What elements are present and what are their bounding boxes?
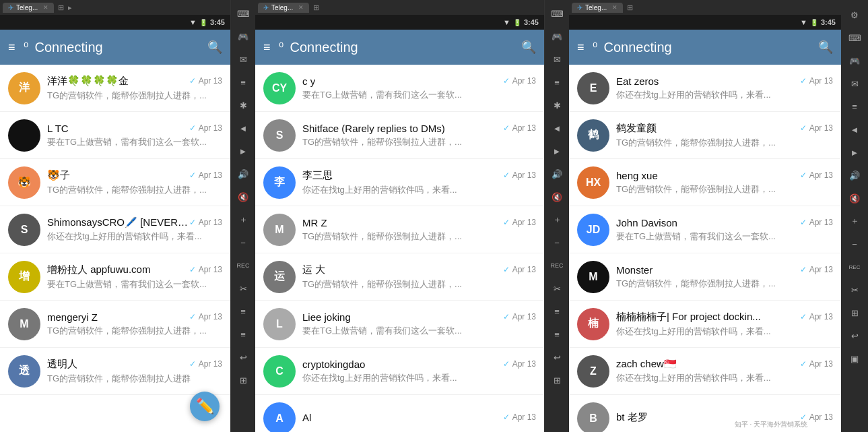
ctrl-minus[interactable]: − xyxy=(234,233,253,252)
tab-telegram-right[interactable]: ✈ Teleg... ✕ xyxy=(572,3,623,13)
chat-item[interactable]: MMR Z✓Apr 13TG的营销软件，能帮你强制拉人进群，... xyxy=(255,206,544,253)
search-icon-mid[interactable]: 🔍 xyxy=(521,40,536,55)
tab-telegram-left[interactable]: ✈ Teleg... ✕ xyxy=(3,3,54,13)
ctrl-grid[interactable]: ⊞ xyxy=(234,371,253,390)
ctrl-mail-r[interactable]: ✉ xyxy=(547,50,566,69)
chat-item[interactable]: 运运 大✓Apr 13TG的营销软件，能帮你强制拉人进群，... xyxy=(255,253,544,301)
tab-close-right[interactable]: ✕ xyxy=(612,4,617,11)
ctrl-prev[interactable]: ◄ xyxy=(234,119,253,137)
ctrl-minus-far[interactable]: − xyxy=(845,235,864,253)
ctrl-vol-down-r[interactable]: 🔇 xyxy=(547,187,566,206)
chat-item[interactable]: MMonster✓Apr 13TG的营销软件，能帮你强制拉人进群，... xyxy=(569,253,841,301)
ctrl-next[interactable]: ► xyxy=(234,142,253,160)
tab-close-mid[interactable]: ✕ xyxy=(298,4,304,11)
ctrl-rec-far[interactable]: REC xyxy=(845,257,864,276)
tab-more-left[interactable]: ⊞ xyxy=(58,3,64,12)
ctrl-vol-down[interactable]: 🔇 xyxy=(234,187,253,206)
fab-left[interactable]: ✏️ xyxy=(190,392,220,421)
ctrl-scissors-far[interactable]: ✂ xyxy=(845,280,864,299)
ctrl-gamepad-far[interactable]: 🎮 xyxy=(845,51,864,70)
chat-item[interactable]: Bbt 老罗✓Apr 13 xyxy=(569,395,841,432)
ctrl-menu-far[interactable]: ≡ xyxy=(845,97,864,116)
chat-item[interactable]: 鹤鹤发童颜✓Apr 13TG的营销软件，能帮你强制拉人进群，... xyxy=(569,112,841,159)
chat-item[interactable]: Zzach chew🇸🇬✓Apr 13你还在找tg上好用的营销软件吗，来看... xyxy=(569,348,841,395)
ctrl-gamepad-r[interactable]: 🎮 xyxy=(547,27,566,46)
ctrl-minus-r[interactable]: − xyxy=(547,233,566,252)
ctrl-plus[interactable]: ＋ xyxy=(234,210,253,229)
ctrl-gamepad[interactable]: 🎮 xyxy=(234,27,253,46)
ctrl-scissors-r[interactable]: ✂ xyxy=(547,279,566,298)
chat-item[interactable]: JDJohn Davison✓Apr 13要在TG上做营销，需有我们这么一套软.… xyxy=(569,206,841,253)
chat-item[interactable]: HXheng xue✓Apr 13TG的营销软件，能帮你强制拉人进群，... xyxy=(569,159,841,206)
menu-icon-right[interactable]: ≡ xyxy=(577,40,585,55)
chat-item[interactable]: 🐯🐯子✓Apr 13TG的营销软件，能帮你强制拉人进群，... xyxy=(0,159,230,206)
ctrl-prev-r[interactable]: ◄ xyxy=(547,119,566,137)
ctrl-settings[interactable]: ⚙ xyxy=(845,5,864,24)
ctrl-back[interactable]: ↩ xyxy=(234,348,253,367)
chat-item[interactable]: 透透明人✓Apr 13TG的营销软件，能帮你强制拉人进群 xyxy=(0,348,230,395)
chat-item[interactable]: SShimonsaysCRO🖊️ [NEVER D...✓Apr 13你还在找t… xyxy=(0,206,230,253)
ctrl-plus-r[interactable]: ＋ xyxy=(547,210,566,229)
tab-more-right[interactable]: ⊞ xyxy=(627,3,633,12)
ctrl-grid-r[interactable]: ⊞ xyxy=(547,371,566,390)
menu-icon-left[interactable]: ≡ xyxy=(8,40,15,55)
chat-item[interactable]: 楠楠楠楠楠子| For project dockin...✓Apr 13你还在找… xyxy=(569,301,841,348)
menu-icon-mid[interactable]: ≡ xyxy=(263,40,271,55)
chat-item[interactable]: Mmengeryi Z✓Apr 13TG的营销软件，能帮你强制拉人进群，... xyxy=(0,301,230,348)
chat-item[interactable]: Ccryptokingdao✓Apr 13你还在找tg上好用的营销软件吗，来看.… xyxy=(255,348,544,395)
chat-preview: 你还在找tg上好用的营销软件吗，来看... xyxy=(47,230,222,243)
chat-item[interactable]: L TC✓Apr 13要在TG上做营销，需有我们这么一套软... xyxy=(0,112,230,159)
ctrl-scissors[interactable]: ✂ xyxy=(234,279,253,298)
search-icon-left[interactable]: 🔍 xyxy=(207,40,222,55)
chat-list-mid[interactable]: CYc y✓Apr 13要在TG上做营销，需有我们这么一套软...SShitfa… xyxy=(255,65,544,432)
ctrl-menu3[interactable]: ≡ xyxy=(234,325,253,344)
chat-item[interactable]: EEat zeros✓Apr 13你还在找tg上好用的营销软件吗，来看... xyxy=(569,65,841,112)
chat-item[interactable]: 李李三思✓Apr 13你还在找tg上好用的营销软件吗，来看... xyxy=(255,159,544,206)
tab-telegram-mid[interactable]: ✈ Teleg... ✕ xyxy=(258,3,309,13)
ctrl-grid-far[interactable]: ⊞ xyxy=(845,303,864,322)
ctrl-menu1-r[interactable]: ≡ xyxy=(547,73,566,92)
chat-date: Apr 13 xyxy=(809,76,833,86)
ctrl-vol-up[interactable]: 🔊 xyxy=(234,164,253,183)
ctrl-back-far[interactable]: ↩ xyxy=(845,326,864,345)
chat-name: heng xue xyxy=(616,170,658,181)
chat-item[interactable]: LLiee joking✓Apr 13要在TG上做营销，需有我们这么一套软... xyxy=(255,301,544,348)
search-icon-right[interactable]: 🔍 xyxy=(818,40,833,55)
tab-overflow-left[interactable]: ▸ xyxy=(68,3,72,12)
ctrl-menu1[interactable]: ≡ xyxy=(234,73,253,92)
tab-close-left[interactable]: ✕ xyxy=(43,4,48,11)
chat-list-right[interactable]: EEat zeros✓Apr 13你还在找tg上好用的营销软件吗，来看...鹤鹤… xyxy=(569,65,841,432)
chat-item[interactable]: 增增粉拉人 appfuwu.com✓Apr 13要在TG上做营销，需有我们这么一… xyxy=(0,253,230,301)
avatar: 增 xyxy=(8,261,40,293)
chat-preview: 你还在找tg上好用的营销软件吗，来看... xyxy=(302,372,536,384)
chat-item[interactable]: 洋洋洋🍀🍀🍀🍀金✓Apr 13TG的营销软件，能帮你强制拉人进群，... xyxy=(0,65,230,112)
ctrl-star-r[interactable]: ✱ xyxy=(547,96,566,115)
chat-item[interactable]: SShitface (Rarely replies to DMs)✓Apr 13… xyxy=(255,112,544,159)
ctrl-prev-far[interactable]: ◄ xyxy=(845,120,864,139)
ctrl-rec[interactable]: REC xyxy=(234,256,253,275)
ctrl-menu3-r[interactable]: ≡ xyxy=(547,325,566,344)
chat-date: Apr 13 xyxy=(512,123,536,133)
ctrl-keyboard[interactable]: ⌨ xyxy=(234,4,253,23)
chat-item[interactable]: AAl✓Apr 13 xyxy=(255,395,544,432)
ctrl-mail-far[interactable]: ✉ xyxy=(845,74,864,93)
ctrl-menu2-r[interactable]: ≡ xyxy=(547,302,566,321)
ctrl-rec-r[interactable]: REC xyxy=(547,256,566,275)
chat-item[interactable]: CYc y✓Apr 13要在TG上做营销，需有我们这么一套软... xyxy=(255,65,544,112)
chat-list-left[interactable]: 洋洋洋🍀🍀🍀🍀金✓Apr 13TG的营销软件，能帮你强制拉人进群，...L TC… xyxy=(0,65,230,432)
ctrl-vol-dn-far[interactable]: 🔇 xyxy=(845,189,864,208)
ctrl-star[interactable]: ✱ xyxy=(234,96,253,115)
ctrl-vol-up-r[interactable]: 🔊 xyxy=(547,164,566,183)
tab-more-mid[interactable]: ⊞ xyxy=(313,3,319,12)
ctrl-menu2[interactable]: ≡ xyxy=(234,302,253,321)
ctrl-grid2-far[interactable]: ▣ xyxy=(845,349,864,368)
ctrl-vol-up-far[interactable]: 🔊 xyxy=(845,166,864,185)
chat-preview: TG的营销软件，能帮你强制拉人进群，... xyxy=(302,230,536,243)
ctrl-keyboard-far[interactable]: ⌨ xyxy=(845,28,864,47)
ctrl-keyboard-r[interactable]: ⌨ xyxy=(547,4,566,23)
ctrl-plus-far[interactable]: ＋ xyxy=(845,212,864,230)
ctrl-next-far[interactable]: ► xyxy=(845,143,864,162)
ctrl-back-r[interactable]: ↩ xyxy=(547,348,566,367)
ctrl-mail[interactable]: ✉ xyxy=(234,50,253,69)
ctrl-next-r[interactable]: ► xyxy=(547,142,566,160)
